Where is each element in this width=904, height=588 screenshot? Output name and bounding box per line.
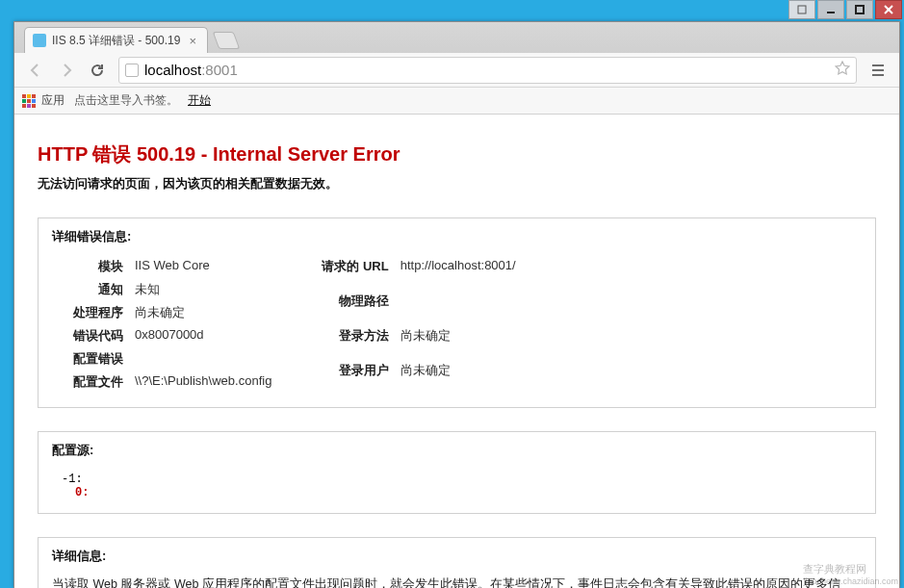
bookmark-star-icon[interactable] xyxy=(835,61,850,79)
value-requrl: http://localhost:8001/ xyxy=(395,255,522,290)
import-bookmarks-link[interactable]: 开始 xyxy=(188,92,211,109)
chrome-menu-button[interactable] xyxy=(865,57,891,84)
table-row: 通知未知 xyxy=(52,278,277,301)
back-button[interactable] xyxy=(22,57,49,84)
label-errcode: 错误代码 xyxy=(52,324,129,347)
apps-label: 应用 xyxy=(41,92,65,109)
label-notify: 通知 xyxy=(52,278,129,301)
value-phys xyxy=(395,290,522,324)
table-row: 错误代码0x8007000d xyxy=(52,324,277,347)
window-minimize-button[interactable] xyxy=(817,0,844,19)
config-source-code: -1: 0: xyxy=(52,469,862,499)
label-module: 模块 xyxy=(52,255,129,278)
value-cfgerr xyxy=(129,347,277,371)
reload-button[interactable] xyxy=(84,57,111,84)
more-info-panel: 详细信息: 当读取 Web 服务器或 Web 应用程序的配置文件出现问题时，就会… xyxy=(38,537,876,588)
value-errcode: 0x8007000d xyxy=(129,324,277,347)
value-logon: 尚未确定 xyxy=(395,324,522,359)
window-close-button[interactable] xyxy=(875,0,902,19)
label-handler: 处理程序 xyxy=(52,301,129,324)
table-row: 登录方法尚未确定 xyxy=(316,324,521,359)
details-heading: 详细错误信息: xyxy=(52,228,862,245)
more-info-heading: 详细信息: xyxy=(52,548,862,565)
more-info-text: 当读取 Web 服务器或 Web 应用程序的配置文件出现问题时，就会发生此错误。… xyxy=(52,575,862,588)
table-row: 登录用户尚未确定 xyxy=(316,359,521,394)
table-row: 处理程序尚未确定 xyxy=(52,301,277,324)
config-heading: 配置源: xyxy=(52,442,862,459)
page-icon xyxy=(125,64,139,77)
table-row: 配置错误 xyxy=(52,347,277,371)
details-panel: 详细错误信息: 模块IIS Web Core 通知未知 处理程序尚未确定 错误代… xyxy=(38,217,876,408)
window-maximize-button[interactable] xyxy=(846,0,873,19)
new-tab-button[interactable] xyxy=(213,32,241,49)
label-cfgerr: 配置错误 xyxy=(52,347,129,371)
label-logon: 登录方法 xyxy=(316,324,394,359)
details-left-table: 模块IIS Web Core 通知未知 处理程序尚未确定 错误代码0x80070… xyxy=(52,255,277,394)
table-row: 模块IIS Web Core xyxy=(52,255,277,278)
label-cfgfile: 配置文件 xyxy=(52,371,129,394)
tab-title: IIS 8.5 详细错误 - 500.19 xyxy=(52,33,180,49)
page-content: HTTP 错误 500.19 - Internal Server Error 无… xyxy=(14,115,899,588)
forward-button[interactable] xyxy=(53,57,80,84)
config-source-panel: 配置源: -1: 0: xyxy=(38,431,876,514)
iis-favicon-icon xyxy=(33,34,46,47)
url-text: localhost:8001 xyxy=(144,62,238,78)
table-row: 配置文件\\?\E:\Publish\web.config xyxy=(52,371,277,394)
browser-tab[interactable]: IIS 8.5 详细错误 - 500.19 × xyxy=(24,27,208,53)
error-subtitle: 无法访问请求的页面，因为该页的相关配置数据无效。 xyxy=(38,175,876,192)
svg-rect-0 xyxy=(798,6,806,13)
window-spacer-button[interactable] xyxy=(788,0,815,19)
value-handler: 尚未确定 xyxy=(129,301,277,324)
config-line-2: 0: xyxy=(62,486,862,499)
apps-button[interactable]: 应用 xyxy=(22,92,65,109)
apps-icon xyxy=(22,94,36,108)
table-row: 请求的 URLhttp://localhost:8001/ xyxy=(316,255,521,290)
config-line-1: -1: xyxy=(62,473,862,486)
label-phys: 物理路径 xyxy=(316,290,394,324)
browser-window: IIS 8.5 详细错误 - 500.19 × localhost:8001 xyxy=(13,21,900,588)
value-loguser: 尚未确定 xyxy=(395,359,522,394)
tab-close-icon[interactable]: × xyxy=(186,34,199,47)
browser-toolbar: localhost:8001 xyxy=(14,53,899,88)
value-module: IIS Web Core xyxy=(129,255,277,278)
label-requrl: 请求的 URL xyxy=(316,255,394,290)
table-row: 物理路径 xyxy=(316,290,521,324)
address-bar[interactable]: localhost:8001 xyxy=(118,57,857,84)
url-port: :8001 xyxy=(201,62,238,78)
tab-strip: IIS 8.5 详细错误 - 500.19 × xyxy=(14,22,899,53)
url-host: localhost xyxy=(144,62,201,78)
details-right-table: 请求的 URLhttp://localhost:8001/ 物理路径 登录方法尚… xyxy=(316,255,521,394)
value-notify: 未知 xyxy=(129,278,277,301)
label-loguser: 登录用户 xyxy=(316,359,394,394)
import-bookmarks-hint: 点击这里导入书签。 xyxy=(74,92,178,109)
error-title: HTTP 错误 500.19 - Internal Server Error xyxy=(38,141,876,167)
bookmarks-bar: 应用 点击这里导入书签。 开始 xyxy=(14,88,899,115)
svg-rect-2 xyxy=(856,6,864,13)
window-controls xyxy=(788,0,904,21)
value-cfgfile: \\?\E:\Publish\web.config xyxy=(129,371,277,394)
